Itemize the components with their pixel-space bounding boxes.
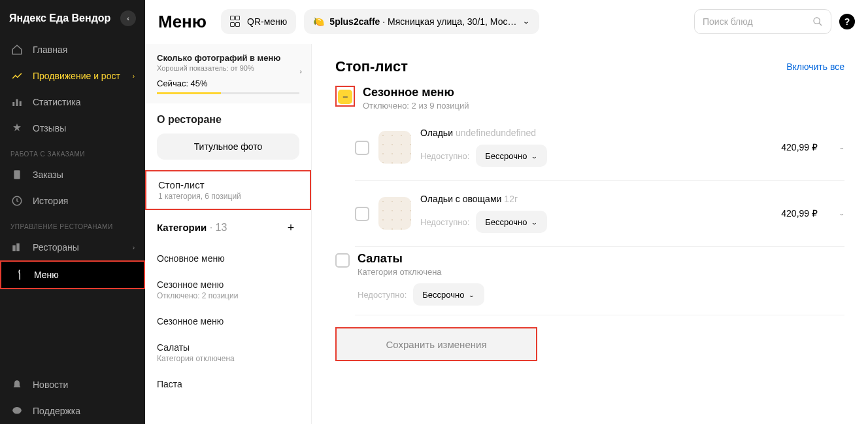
topbar: Меню QR-меню 🍋 5plus2caffe · Мясницкая у… (145, 0, 868, 44)
category-salads[interactable]: Салаты Категория отключена (145, 334, 311, 371)
svg-rect-0 (12, 102, 14, 106)
expand-row[interactable]: ⌄ (839, 143, 844, 152)
category-label: Салаты (157, 342, 299, 353)
dish-name: Оладьиundefinedundefined (420, 128, 772, 138)
nav-label: Главная (33, 44, 67, 55)
nav-statistics[interactable]: Статистика (0, 89, 145, 115)
dish-name: Оладьи с овощами12г (420, 194, 772, 204)
nav-label: Заказы (33, 169, 63, 180)
stoplist-title: Стоп-лист (335, 58, 408, 75)
highlight-checkbox: − (335, 86, 355, 107)
venue-selector[interactable]: 🍋 5plus2caffe · Мясницкая улица, 30/1, М… (304, 9, 539, 34)
nav-menu[interactable]: Меню (1, 262, 144, 288)
chevron-right-icon: › (133, 73, 135, 80)
category-seasonal[interactable]: Сезонное меню Отключено: 2 позиции (145, 272, 311, 308)
nav-label: Поддержка (33, 406, 80, 416)
qr-icon (230, 16, 242, 27)
enable-all-link[interactable]: Включить все (786, 62, 844, 72)
unavailable-label: Недоступно: (358, 290, 407, 300)
chevron-left-icon (127, 14, 129, 22)
nav-section-orders: РАБОТА С ЗАКАЗАМИ (0, 141, 145, 162)
venue-icon: 🍋 (313, 16, 324, 27)
nav-history[interactable]: История (0, 188, 145, 214)
sidebar: Яндекс Еда Вендор Главная Продвижение и … (0, 0, 145, 424)
search-icon (812, 16, 823, 27)
nav-restaurants[interactable]: Рестораны › (0, 234, 145, 260)
nav-orders[interactable]: Заказы (0, 162, 145, 188)
nav-reviews[interactable]: Отзывы (0, 115, 145, 141)
photo-stats-card[interactable]: Сколько фотографий в меню Хороший показа… (145, 44, 311, 103)
categories-count: · 13 (207, 222, 227, 233)
highlight-menu-nav: Меню (0, 260, 145, 289)
photo-stats-sub: Хороший показатель: от 90% (157, 64, 299, 72)
categories-title: Категории (157, 222, 207, 233)
venue-text: 5plus2caffe · Мясницкая улица, 30/1, Мос… (329, 16, 517, 27)
category-seasonal2[interactable]: Сезонное меню (145, 308, 311, 334)
category-sub: Отключено: 2 из 9 позиций (363, 101, 469, 111)
chevron-down-icon: ⌄ (531, 152, 538, 160)
svg-rect-5 (12, 245, 16, 251)
term-selector[interactable]: Бессрочно⌄ (476, 211, 547, 233)
chevron-down-icon: ⌄ (531, 219, 538, 226)
menu-sidebar: Сколько фотографий в меню Хороший показа… (145, 44, 312, 424)
search-placeholder: Поиск блюд (703, 16, 753, 27)
category-sub: Категория отключена (358, 267, 844, 277)
chat-icon (10, 405, 24, 417)
chevron-down-icon: ⌄ (839, 144, 844, 150)
receipt-icon (10, 169, 24, 181)
term-selector[interactable]: Бессрочно⌄ (413, 283, 484, 306)
stoplist-panel: Стоп-лист Включить все − Сезонное меню О… (312, 44, 868, 424)
category-main-menu[interactable]: Основное меню (145, 245, 311, 272)
term-selector[interactable]: Бессрочно⌄ (476, 145, 547, 167)
category-row-salads: Салаты Категория отключена Недоступно: Б… (335, 252, 844, 306)
search-input[interactable]: Поиск блюд (694, 9, 831, 34)
help-button[interactable]: ? (839, 14, 855, 29)
stoplist-link[interactable]: Стоп-лист 1 категория, 6 позиций (146, 171, 310, 209)
nav-home[interactable]: Главная (0, 37, 145, 63)
bars-icon (10, 96, 24, 108)
growth-icon (10, 70, 24, 82)
nav-news[interactable]: Новости (0, 372, 145, 398)
category-checkbox[interactable] (335, 253, 350, 268)
collapse-sidebar-button[interactable] (120, 10, 136, 26)
nav-label: Отзывы (33, 123, 66, 133)
expand-row[interactable]: ⌄ (839, 209, 844, 218)
dish-checkbox[interactable] (355, 207, 369, 221)
nav-label: Новости (33, 380, 68, 390)
dish-checkbox[interactable] (355, 141, 369, 155)
nav-label: Рестораны (33, 242, 79, 253)
title-photo-button[interactable]: Титульное фото (157, 133, 299, 160)
category-sub: Отключено: 2 позиции (157, 291, 299, 300)
dish-thumb (378, 197, 411, 230)
nav-label: Статистика (33, 97, 81, 107)
nav-promotion[interactable]: Продвижение и рост › (0, 63, 145, 89)
category-label: Сезонное меню (157, 279, 299, 290)
nav-label: Продвижение и рост (33, 71, 120, 81)
categories-header: Категории · 13 + (145, 210, 311, 245)
category-pasta[interactable]: Паста (145, 371, 311, 397)
highlight-save: Сохранить изменения (335, 327, 537, 361)
photo-stats-now: Сейчас: 45% (157, 79, 299, 88)
nav-label: Меню (34, 270, 59, 280)
svg-point-7 (12, 407, 22, 414)
category-checkbox[interactable]: − (338, 90, 352, 104)
clock-icon (10, 195, 24, 207)
svg-rect-3 (14, 170, 20, 179)
dish-price: 420,99 ₽ (781, 208, 818, 219)
svg-rect-6 (16, 243, 20, 251)
buildings-icon (10, 241, 24, 253)
save-changes-button[interactable]: Сохранить изменения (337, 328, 536, 360)
dish-row: Оладьиundefinedundefined Недоступно: Бес… (335, 120, 844, 175)
bell-icon (10, 379, 24, 391)
divider (355, 246, 844, 247)
chevron-down-icon: ⌄ (522, 18, 530, 25)
qr-menu-button[interactable]: QR-меню (221, 9, 296, 34)
divider (355, 315, 844, 315)
page-title: Меню (158, 12, 207, 32)
category-sub: Категория отключена (157, 354, 299, 363)
nav-support[interactable]: Поддержка (0, 398, 145, 424)
cutlery-icon (12, 269, 25, 281)
add-category-button[interactable]: + (282, 219, 299, 236)
brand-title: Яндекс Еда Вендор (9, 12, 110, 24)
dish-price: 420,99 ₽ (781, 142, 818, 152)
